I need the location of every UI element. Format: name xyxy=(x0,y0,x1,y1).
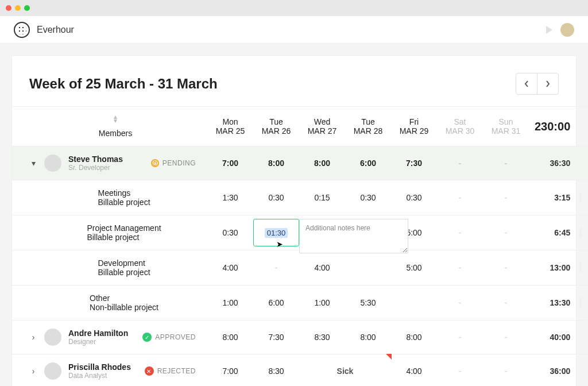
hours-cell[interactable]: 8:00 xyxy=(207,320,253,354)
row-handle-icon[interactable] xyxy=(579,192,582,203)
hours-cell[interactable]: 7:00 xyxy=(207,354,253,386)
hours-cell[interactable]: 7:30 xyxy=(391,146,437,180)
sick-marker-icon xyxy=(386,354,392,360)
hours-cell[interactable]: 1:00 xyxy=(299,285,345,320)
hours-cell[interactable]: 8:00 xyxy=(391,320,437,354)
member-name: Andre Hamilton xyxy=(68,329,128,338)
time-edit-cell[interactable]: 01:30 ➤ Additional notes here xyxy=(253,215,299,250)
member-row-header[interactable]: › Priscilla Rhodes Data Analyst ✕ REJECT… xyxy=(12,354,207,386)
task-row-header[interactable]: Development Billable project xyxy=(12,250,207,285)
hours-cell[interactable]: - xyxy=(437,146,483,180)
chevron-left-icon xyxy=(524,80,529,87)
current-user-avatar[interactable] xyxy=(560,23,574,37)
row-handle-icon[interactable] xyxy=(579,263,582,273)
task-row-header[interactable]: Project Management Billable project xyxy=(12,215,207,250)
hours-cell[interactable]: - xyxy=(483,146,529,180)
task-subtitle: Billable project xyxy=(87,233,161,242)
member-role: Data Analyst xyxy=(68,372,131,380)
member-role: Designer xyxy=(68,338,128,346)
member-total: 36:00 xyxy=(529,354,587,386)
day-header: WedMAR 27 xyxy=(299,106,345,146)
hours-cell[interactable] xyxy=(391,285,437,320)
chevron-right-icon[interactable]: › xyxy=(29,333,37,342)
hours-cell[interactable]: 1:30 xyxy=(207,180,253,215)
hours-cell[interactable]: 0:30 xyxy=(253,180,299,215)
hours-cell[interactable]: 5:30 xyxy=(345,285,391,320)
day-header: TueMAR 28 xyxy=(345,106,391,146)
hours-cell[interactable]: - xyxy=(483,285,529,320)
members-label: Members xyxy=(99,129,132,138)
task-name: Project Management xyxy=(87,223,161,233)
window-zoom-dot[interactable] xyxy=(24,5,30,11)
member-row-header[interactable]: › Andre Hamilton Designer ✓ APPROVED xyxy=(12,320,207,354)
hours-cell[interactable]: - xyxy=(437,180,483,215)
chevron-right-icon[interactable]: › xyxy=(29,366,37,376)
task-row-header[interactable]: Other Non-billable project xyxy=(12,285,207,320)
window-close-dot[interactable] xyxy=(6,5,11,11)
task-subtitle: Billable project xyxy=(98,198,150,207)
hours-cell[interactable]: - xyxy=(483,250,529,285)
sort-icon[interactable]: ▴▾ xyxy=(114,115,117,123)
week-navigation xyxy=(516,73,559,95)
members-column-header[interactable]: ▴▾ Members xyxy=(12,106,207,146)
row-handle-icon[interactable] xyxy=(579,227,582,238)
next-week-button[interactable] xyxy=(537,73,559,95)
hours-cell[interactable]: - xyxy=(437,354,483,386)
hours-cell[interactable]: 7:30 xyxy=(253,320,299,354)
hours-cell[interactable]: - xyxy=(437,285,483,320)
task-total: 3:15 xyxy=(529,180,587,215)
hours-cell[interactable]: - xyxy=(437,215,483,250)
hours-cell[interactable]: 8:00 xyxy=(253,146,299,180)
hours-cell[interactable]: 6:00 xyxy=(345,146,391,180)
hours-cell[interactable]: - xyxy=(483,354,529,386)
member-row-header[interactable]: ▾ Steve Thomas Sr. Developer ⏱ PENDING xyxy=(12,146,207,180)
hours-cell[interactable]: 8:30 xyxy=(299,320,345,354)
hours-cell[interactable]: 0:30 xyxy=(207,215,253,250)
hours-cell[interactable]: - xyxy=(483,180,529,215)
pending-icon: ⏱ xyxy=(151,159,159,167)
window-minimize-dot[interactable] xyxy=(15,5,21,11)
day-header: TueMAR 26 xyxy=(253,106,299,146)
notes-popover[interactable]: Additional notes here xyxy=(299,219,408,253)
sick-cell[interactable]: Sick xyxy=(299,354,391,386)
hours-cell[interactable]: 4:00 xyxy=(299,250,345,285)
task-name: Development xyxy=(98,258,150,268)
hours-cell[interactable]: 4:00 xyxy=(207,250,253,285)
hours-cell[interactable]: 7:00 xyxy=(207,146,253,180)
avatar xyxy=(44,362,61,380)
task-name: Other xyxy=(90,294,158,303)
row-handle-icon[interactable] xyxy=(579,298,582,308)
play-icon[interactable] xyxy=(546,26,552,34)
chevron-down-icon[interactable]: ▾ xyxy=(29,159,37,168)
app-header: Everhour xyxy=(0,16,588,44)
hours-cell[interactable]: 0:30 xyxy=(391,180,437,215)
time-edit-value[interactable]: 01:30 xyxy=(265,228,288,238)
prev-week-button[interactable] xyxy=(516,73,537,95)
member-total: 36:30 xyxy=(529,146,587,180)
hours-cell[interactable]: 1:00 xyxy=(207,285,253,320)
hours-cell[interactable]: - xyxy=(437,250,483,285)
day-header: FriMAR 29 xyxy=(391,106,437,146)
hours-cell[interactable]: 0:15 xyxy=(299,180,345,215)
hours-cell[interactable]: 8:00 xyxy=(345,320,391,354)
hours-cell[interactable] xyxy=(345,250,391,285)
hours-cell[interactable]: - xyxy=(437,320,483,354)
day-header: MonMAR 25 xyxy=(207,106,253,146)
approved-icon: ✓ xyxy=(142,333,152,342)
hours-cell[interactable]: - xyxy=(253,250,299,285)
task-row-header[interactable]: Meetings Billable project xyxy=(12,180,207,215)
hours-cell[interactable]: 6:00 xyxy=(253,285,299,320)
week-title: Week of 25 March - 31 March xyxy=(29,76,218,92)
hours-cell[interactable]: 0:30 xyxy=(345,180,391,215)
task-subtitle: Billable project xyxy=(98,268,150,277)
hours-cell[interactable]: 8:30 xyxy=(253,354,299,386)
hours-cell[interactable]: - xyxy=(483,215,529,250)
avatar xyxy=(44,329,61,346)
hours-cell[interactable]: 4:00 xyxy=(391,354,437,386)
hours-cell[interactable]: 5:00 xyxy=(391,250,437,285)
member-total: 40:00 xyxy=(529,320,587,354)
hours-cell[interactable]: - xyxy=(483,320,529,354)
cursor-icon: ➤ xyxy=(276,240,283,249)
hours-cell[interactable]: 8:00 xyxy=(299,146,345,180)
rejected-icon: ✕ xyxy=(145,366,154,376)
